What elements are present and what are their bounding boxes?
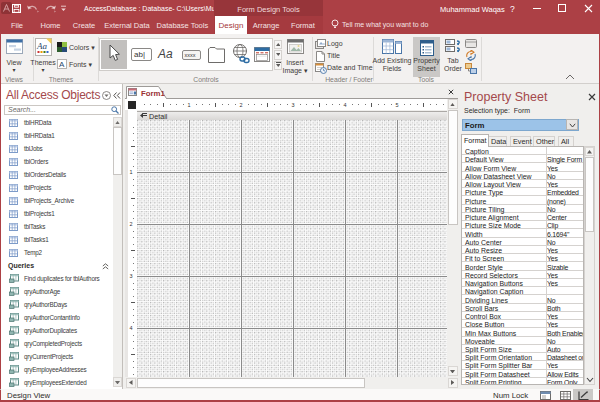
svg-text:A: A xyxy=(59,60,65,69)
svg-text:Aa: Aa xyxy=(36,41,47,51)
